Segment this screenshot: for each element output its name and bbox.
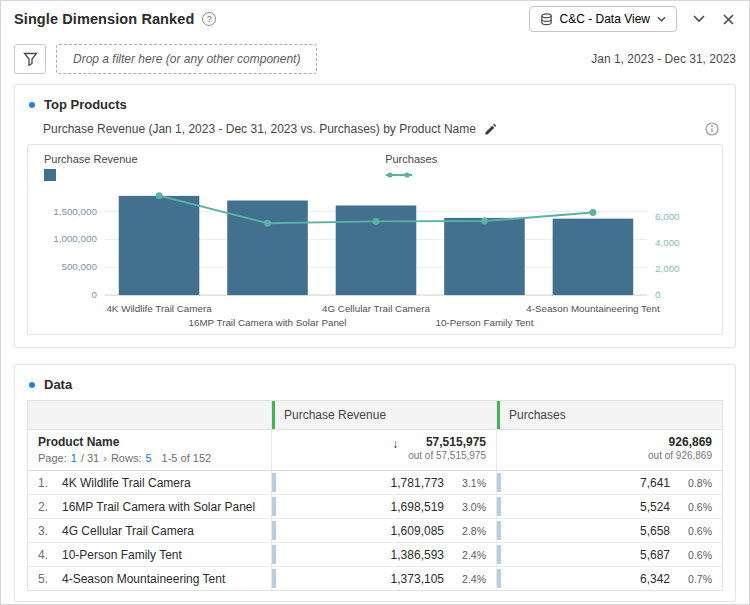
row-number: 3. <box>38 524 56 538</box>
funnel-icon <box>23 52 38 66</box>
column-header-label: Purchases <box>509 408 566 422</box>
metric-cell: 5,6580.6% <box>497 519 722 542</box>
dimension-value: 10-Person Family Tent <box>62 548 182 562</box>
workspace-panel: Single Dimension Ranked ? C&C - Data Vie… <box>0 0 750 605</box>
rows-label: Rows: <box>111 452 142 464</box>
metric-header-row: Purchase Revenue Purchases <box>28 401 722 430</box>
totals-row: Product Name Page: 1 / 31 › Rows: 5 1-5 … <box>28 430 722 471</box>
help-icon[interactable]: ? <box>202 12 216 26</box>
line-swatch-icon <box>385 169 437 181</box>
segment-filter-button[interactable] <box>14 44 46 74</box>
next-page-chevron-icon[interactable]: › <box>103 452 107 464</box>
cell-minibar <box>497 473 501 492</box>
section-marker-dot <box>29 102 35 108</box>
page-label: Page: <box>38 452 67 464</box>
edit-pencil-icon[interactable] <box>484 123 497 136</box>
svg-text:4,000: 4,000 <box>655 237 680 248</box>
metric-cell: 1,386,5932.4% <box>272 543 497 566</box>
table-row[interactable]: 3.4G Cellular Trail Camera 1,609,0852.8%… <box>28 519 722 543</box>
table-row[interactable]: 1.4K Wildlife Trail Camera 1,781,7733.1%… <box>28 471 722 495</box>
total-value: 926,869 <box>669 435 712 449</box>
svg-text:10-Person Family Tent: 10-Person Family Tent <box>435 317 533 328</box>
legend-item-purchase-revenue[interactable]: Purchase Revenue <box>44 153 138 181</box>
dimension-name: Product Name <box>38 435 261 449</box>
table-row[interactable]: 4.10-Person Family Tent 1,386,5932.4% 5,… <box>28 543 722 567</box>
column-header-purchases[interactable]: Purchases <box>497 401 722 429</box>
freeform-table: Purchase Revenue Purchases Product Name … <box>27 400 723 591</box>
close-icon[interactable] <box>721 12 736 27</box>
row-number: 5. <box>38 572 56 586</box>
row-number: 4. <box>38 548 56 562</box>
svg-text:4-Season Mountaineering Tent: 4-Season Mountaineering Tent <box>526 303 660 314</box>
dimension-header-cell: Product Name Page: 1 / 31 › Rows: 5 1-5 … <box>28 430 272 470</box>
total-cell-purchase-revenue: ↓ 57,515,975 out of 57,515,975 <box>272 430 497 470</box>
metric-cell: 1,609,0852.8% <box>272 519 497 542</box>
total-out-of: out of 926,869 <box>648 450 712 461</box>
data-view-selector[interactable]: C&C - Data View <box>529 6 677 32</box>
total-value: 57,515,975 <box>426 435 486 449</box>
metric-cell: 7,6410.8% <box>497 471 722 494</box>
cell-minibar <box>497 545 501 564</box>
metric-accent-bar <box>497 401 500 429</box>
legend-label: Purchases <box>385 153 437 165</box>
legend-label: Purchase Revenue <box>44 153 138 165</box>
section-title-top-products: Top Products <box>44 97 127 112</box>
column-header-purchase-revenue[interactable]: Purchase Revenue <box>272 401 497 429</box>
collapse-panel-chevron-icon[interactable] <box>691 13 707 25</box>
panel-header: Single Dimension Ranked ? C&C - Data Vie… <box>0 0 750 38</box>
legend-item-purchases[interactable]: Purchases <box>385 153 437 181</box>
svg-text:1,500,000: 1,500,000 <box>53 206 97 217</box>
table-row[interactable]: 2.16MP Trail Camera with Solar Panel 1,6… <box>28 495 722 519</box>
metric-cell: 1,373,1052.4% <box>272 567 497 590</box>
date-range[interactable]: Jan 1, 2023 - Dec 31, 2023 <box>591 52 736 66</box>
svg-text:16MP Trail Camera with Solar P: 16MP Trail Camera with Solar Panel <box>189 317 347 328</box>
chevron-down-icon <box>657 16 666 22</box>
data-panel: Data Purchase Revenue Purchases Product … <box>14 364 736 602</box>
page-number-link[interactable]: 1 <box>71 452 77 464</box>
table-pagination: Page: 1 / 31 › Rows: 5 1-5 of 152 <box>38 452 261 464</box>
bar-line-chart[interactable]: Purchase Revenue Purchases 0500,0001,000… <box>27 144 723 335</box>
database-icon <box>540 13 553 26</box>
svg-text:2,000: 2,000 <box>655 263 680 274</box>
rows-range: 1-5 of 152 <box>162 452 212 464</box>
metric-cell: 5,6870.6% <box>497 543 722 566</box>
total-out-of: out of 57,515,975 <box>408 450 486 461</box>
chart-plot-area[interactable]: 0500,0001,000,0001,500,00002,0004,0006,0… <box>36 187 714 332</box>
dimension-value: 4K Wildlife Trail Camera <box>62 476 191 490</box>
dimension-value: 4-Season Mountaineering Tent <box>62 572 225 586</box>
metric-cell: 1,698,5193.0% <box>272 495 497 518</box>
cell-minibar <box>497 497 501 516</box>
chart-legend: Purchase Revenue Purchases <box>36 153 714 187</box>
section-marker-dot <box>29 382 35 388</box>
cell-minibar <box>272 569 276 588</box>
filter-drop-zone[interactable]: Drop a filter here (or any other compone… <box>56 44 317 74</box>
svg-text:4G Cellular Trail Camera: 4G Cellular Trail Camera <box>322 303 431 314</box>
page-total: / 31 <box>81 452 99 464</box>
sort-descending-icon[interactable]: ↓ <box>392 437 398 451</box>
column-header-label: Purchase Revenue <box>284 408 386 422</box>
data-view-label: C&C - Data View <box>560 12 650 26</box>
metric-accent-bar <box>272 401 275 429</box>
dimension-value: 4G Cellular Trail Camera <box>62 524 194 538</box>
svg-text:500,000: 500,000 <box>61 261 97 272</box>
cell-minibar <box>272 473 276 492</box>
metric-cell: 6,3420.7% <box>497 567 722 590</box>
filter-bar: Drop a filter here (or any other compone… <box>0 38 750 84</box>
bar-swatch-icon <box>44 169 56 181</box>
top-products-panel: Top Products Purchase Revenue (Jan 1, 20… <box>14 84 736 348</box>
rows-count-link[interactable]: 5 <box>145 452 151 464</box>
cell-minibar <box>497 521 501 540</box>
svg-text:0: 0 <box>91 289 97 300</box>
svg-text:6,000: 6,000 <box>655 211 680 222</box>
empty-header-cell <box>28 401 272 429</box>
total-cell-purchases: 926,869 out of 926,869 <box>497 430 722 470</box>
table-row[interactable]: 5.4-Season Mountaineering Tent 1,373,105… <box>28 567 722 590</box>
row-number: 2. <box>38 500 56 514</box>
dimension-value: 16MP Trail Camera with Solar Panel <box>62 500 255 514</box>
info-icon[interactable] <box>705 122 719 136</box>
svg-text:1,000,000: 1,000,000 <box>53 233 97 244</box>
metric-cell: 1,781,7733.1% <box>272 471 497 494</box>
cell-minibar <box>497 569 501 588</box>
metric-cell: 5,5240.6% <box>497 495 722 518</box>
cell-minibar <box>272 497 276 516</box>
